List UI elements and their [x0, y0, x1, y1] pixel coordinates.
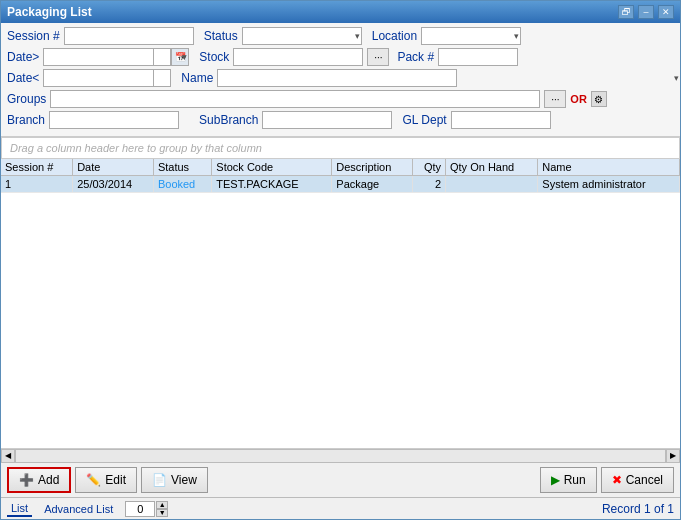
table-row[interactable]: 1 25/03/2014 Booked TEST.PACKAGE Package…	[1, 176, 680, 193]
location-label: Location	[372, 29, 417, 43]
cell-stock-code: TEST.PACKAGE	[212, 176, 332, 193]
status-label: Status	[204, 29, 238, 43]
branch-label: Branch	[7, 113, 45, 127]
close-button[interactable]: ✕	[658, 5, 674, 19]
view-button[interactable]: 📄 View	[141, 467, 208, 493]
add-icon: ➕	[19, 473, 34, 487]
cell-session: 1	[1, 176, 73, 193]
date-lt-label: Date<	[7, 71, 39, 85]
stock-dots-button[interactable]: ···	[367, 48, 389, 66]
record-info: Record 1 of 1	[602, 502, 674, 516]
col-description: Description	[332, 159, 413, 176]
data-table: Session # Date Status Stock Code Descrip…	[1, 159, 680, 193]
status-select-wrapper: Booked	[242, 27, 362, 45]
cancel-button[interactable]: ✖ Cancel	[601, 467, 674, 493]
stock-input[interactable]	[233, 48, 363, 66]
horizontal-scrollbar[interactable]: ◀ ▶	[1, 448, 680, 462]
form-row-4: Groups ··· OR ⚙	[7, 90, 674, 108]
session-label: Session #	[7, 29, 60, 43]
cancel-icon: ✖	[612, 473, 622, 487]
gear-button[interactable]: ⚙	[591, 91, 607, 107]
date-gt-input[interactable]	[43, 48, 153, 66]
gldept-label: GL Dept	[402, 113, 446, 127]
data-grid[interactable]: Session # Date Status Stock Code Descrip…	[1, 158, 680, 448]
date-lt-input[interactable]	[43, 69, 153, 87]
edit-button[interactable]: ✏️ Edit	[75, 467, 137, 493]
form-row-3: Date< Name	[7, 69, 674, 87]
cell-status: Booked	[153, 176, 211, 193]
main-window: Packaging List 🗗 – ✕ Session # Status Bo…	[0, 0, 681, 520]
status-left: List Advanced List ▲ ▼	[7, 501, 168, 517]
title-bar: Packaging List 🗗 – ✕	[1, 1, 680, 23]
col-session: Session #	[1, 159, 73, 176]
view-icon: 📄	[152, 473, 167, 487]
pack-input[interactable]	[438, 48, 518, 66]
date-gt-label: Date>	[7, 50, 39, 64]
subbranch-input[interactable]	[262, 111, 392, 129]
cell-description: Package	[332, 176, 413, 193]
date-lt-select[interactable]	[153, 69, 171, 87]
location-select-wrapper	[421, 27, 521, 45]
date-gt-calendar[interactable]: 📅	[171, 48, 189, 66]
groups-label: Groups	[7, 92, 46, 106]
edit-icon: ✏️	[86, 473, 101, 487]
spinner-down-button[interactable]: ▼	[156, 509, 168, 517]
list-tab[interactable]: List	[7, 501, 32, 517]
action-buttons: ➕ Add ✏️ Edit 📄 View ▶ Run ✖ Cancel	[1, 462, 680, 497]
branch-input[interactable]	[49, 111, 179, 129]
cell-date: 25/03/2014	[73, 176, 154, 193]
col-qty: Qty	[413, 159, 446, 176]
run-icon: ▶	[551, 473, 560, 487]
cell-qty-on-hand	[446, 176, 538, 193]
cell-name: System administrator	[538, 176, 680, 193]
scroll-left-button[interactable]: ◀	[1, 449, 15, 463]
col-status: Status	[153, 159, 211, 176]
spinner-up-button[interactable]: ▲	[156, 501, 168, 509]
scroll-right-button[interactable]: ▶	[666, 449, 680, 463]
subbranch-label: SubBranch	[199, 113, 258, 127]
run-label: Run	[564, 473, 586, 487]
advanced-list-tab[interactable]: Advanced List	[40, 502, 117, 516]
stock-label: Stock	[199, 50, 229, 64]
status-select[interactable]: Booked	[242, 27, 362, 45]
edit-label: Edit	[105, 473, 126, 487]
gldept-input[interactable]	[451, 111, 551, 129]
date-gt-wrapper: 📅	[43, 48, 189, 66]
spinner-wrapper: ▲ ▼	[125, 501, 168, 517]
date-gt-select[interactable]	[153, 48, 171, 66]
view-label: View	[171, 473, 197, 487]
cancel-label: Cancel	[626, 473, 663, 487]
title-controls: 🗗 – ✕	[618, 5, 674, 19]
spinner-input[interactable]	[125, 501, 155, 517]
name-label: Name	[181, 71, 213, 85]
form-row-5: Branch SubBranch GL Dept	[7, 111, 674, 129]
pack-label: Pack #	[397, 50, 434, 64]
status-bar: List Advanced List ▲ ▼ Record 1 of 1	[1, 497, 680, 519]
date-lt-wrapper	[43, 69, 171, 87]
col-date: Date	[73, 159, 154, 176]
restore-button[interactable]: 🗗	[618, 5, 634, 19]
add-label: Add	[38, 473, 59, 487]
spinner-buttons: ▲ ▼	[156, 501, 168, 517]
minimize-button[interactable]: –	[638, 5, 654, 19]
run-button[interactable]: ▶ Run	[540, 467, 597, 493]
session-input[interactable]	[64, 27, 194, 45]
or-label: OR	[570, 93, 587, 105]
window-title: Packaging List	[7, 5, 92, 19]
col-stock-code: Stock Code	[212, 159, 332, 176]
form-row-1: Session # Status Booked Location	[7, 27, 674, 45]
name-input[interactable]	[217, 69, 457, 87]
filter-form: Session # Status Booked Location Date>	[1, 23, 680, 137]
col-qty-on-hand: Qty On Hand	[446, 159, 538, 176]
col-name: Name	[538, 159, 680, 176]
form-row-2: Date> 📅 Stock ··· Pack #	[7, 48, 674, 66]
groups-input[interactable]	[50, 90, 540, 108]
drag-hint: Drag a column header here to group by th…	[1, 137, 680, 158]
cell-qty: 2	[413, 176, 446, 193]
table-header-row: Session # Date Status Stock Code Descrip…	[1, 159, 680, 176]
scroll-track[interactable]	[15, 449, 666, 463]
add-button[interactable]: ➕ Add	[7, 467, 71, 493]
location-select[interactable]	[421, 27, 521, 45]
groups-dots-button[interactable]: ···	[544, 90, 566, 108]
